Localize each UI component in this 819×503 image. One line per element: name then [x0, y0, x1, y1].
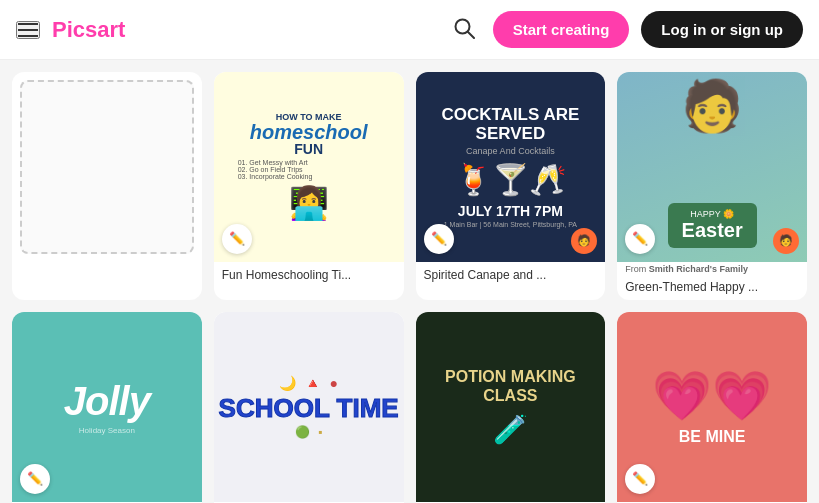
valentine-title: BE MINE: [679, 428, 746, 446]
search-icon: [453, 17, 475, 39]
edit-button-cocktails[interactable]: ✏️: [424, 224, 454, 254]
easter-info: From Smith Richard's Family: [617, 262, 807, 280]
start-creating-button[interactable]: Start creating: [493, 11, 630, 48]
cocktails-date: JULY 17TH 7PM: [458, 203, 563, 219]
potion-title: POTION MAKING CLASS: [428, 367, 594, 405]
avatar-easter: 🧑: [773, 228, 799, 254]
homeschool-card[interactable]: HOW TO MAKE homeschool FUN 01. Get Messy…: [214, 72, 404, 300]
cocktails-label: Spirited Canape and ...: [416, 262, 606, 288]
potion-card[interactable]: POTION MAKING CLASS 🧪: [416, 312, 606, 503]
homeschool-label: Fun Homeschooling Ti...: [214, 262, 404, 288]
cocktails-title: COCKTAILS ARE SERVED: [434, 106, 588, 143]
login-button[interactable]: Log in or sign up: [641, 11, 803, 48]
logo-text: Picsart: [52, 17, 125, 43]
main-content: HOW TO MAKE homeschool FUN 01. Get Messy…: [0, 60, 819, 503]
menu-button[interactable]: [16, 21, 40, 39]
schooltime-title: SCHOOL TIME: [219, 395, 399, 421]
cards-grid: HOW TO MAKE homeschool FUN 01. Get Messy…: [12, 72, 807, 503]
edit-button-valentine[interactable]: ✏️: [625, 464, 655, 494]
edit-button-easter[interactable]: ✏️: [625, 224, 655, 254]
easter-person-icon: 🧑: [681, 77, 743, 135]
cocktails-card[interactable]: COCKTAILS ARE SERVED Canape And Cocktail…: [416, 72, 606, 300]
avatar-cocktails: 🧑: [571, 228, 597, 254]
header-left: Picsart: [16, 17, 125, 43]
placeholder-card[interactable]: [12, 72, 202, 300]
edit-button-jolly[interactable]: ✏️: [20, 464, 50, 494]
valentine-card[interactable]: 💗💗 BE MINE ✏️ Heartfelt Valentine's D...: [617, 312, 807, 503]
svg-line-1: [468, 32, 474, 38]
easter-label: Green-Themed Happy ...: [617, 280, 807, 300]
jolly-title: Jolly: [64, 379, 150, 424]
schooltime-card[interactable]: 🌙 🔺 ● SCHOOL TIME 🟢 ▪: [214, 312, 404, 503]
easter-card[interactable]: 🧑 HAPPY 🌼 Easter ✏️ 🧑 From Smith Richard…: [617, 72, 807, 300]
header: Picsart Start creating Log in or sign up: [0, 0, 819, 60]
cocktails-subtitle: Canape And Cocktails: [466, 146, 555, 156]
search-button[interactable]: [447, 11, 481, 48]
logo[interactable]: Picsart: [52, 17, 125, 43]
header-right: Start creating Log in or sign up: [447, 11, 803, 48]
edit-button-homeschool[interactable]: ✏️: [222, 224, 252, 254]
jolly-card[interactable]: Jolly Holiday Season ✏️ Charming Aqua Ho…: [12, 312, 202, 503]
